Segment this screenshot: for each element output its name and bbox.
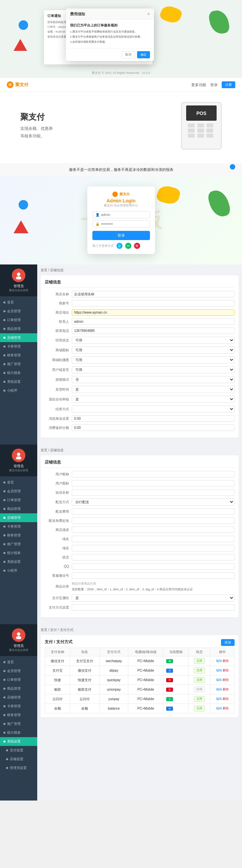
edit-icon[interactable]: 编辑 [216, 678, 222, 682]
field-icon[interactable]: 可用 [72, 347, 235, 354]
field-delivery[interactable]: 自行配送 [72, 498, 235, 506]
field-qq[interactable] [72, 563, 235, 570]
sidebar3-admin-settings[interactable]: 管理员设置 [0, 764, 37, 772]
sidebar2-promo[interactable]: 推广管理 [0, 540, 37, 549]
delete-icon[interactable]: 删除 [223, 678, 229, 682]
delete-icon[interactable]: 删除 [223, 706, 229, 711]
field-wechat-service[interactable] [72, 572, 235, 579]
field-label-points: 消费返积分额 [45, 426, 72, 430]
field-storeurl[interactable] [72, 309, 235, 316]
sidebar-item-orders[interactable]: 订单管理 [0, 316, 37, 324]
sidebar2-miniapp[interactable]: 小程序 [0, 566, 37, 575]
field-domain2[interactable] [72, 545, 235, 551]
field-nickname[interactable] [72, 471, 235, 477]
field-free-ship[interactable] [72, 517, 235, 524]
sidebar-item-home[interactable]: 首页 [0, 298, 37, 307]
sidebar3-finance[interactable]: 财务管理 [0, 711, 37, 719]
sidebar-item-products[interactable]: 商品管理 [0, 324, 37, 333]
sidebar2-finance[interactable]: 财务管理 [0, 531, 37, 540]
field-storedesc[interactable] [72, 527, 235, 533]
sidebar3-coupons[interactable]: 卡券管理 [0, 702, 37, 711]
field-usericon[interactable] [72, 480, 235, 487]
sidebar3-stats[interactable]: 统计报表 [0, 728, 37, 737]
sidebar3-shop-settings[interactable]: 店铺设置 [0, 755, 37, 764]
edit-icon[interactable]: 编辑 [216, 659, 222, 663]
field-points[interactable] [72, 425, 235, 431]
field-shiptime[interactable]: 是 [72, 386, 235, 393]
field-group[interactable]: 否 [72, 376, 235, 383]
sidebar2-settings[interactable]: 系统设置 [0, 557, 37, 566]
edit-icon[interactable]: 编辑 [216, 687, 222, 692]
field-phone[interactable] [72, 328, 235, 334]
login-title: Admin Login [92, 198, 150, 203]
modal-close-icon[interactable]: × [147, 11, 150, 17]
field-delivery-fee[interactable] [72, 508, 235, 515]
sidebar3-orders[interactable]: 订单管理 [0, 675, 37, 684]
delete-icon[interactable]: 删除 [223, 687, 229, 692]
sidebar-item-settings[interactable]: 系统设置 [0, 377, 37, 386]
add-payment-button[interactable]: 添加 [221, 639, 235, 646]
nav-more[interactable]: 更多功能 [191, 82, 206, 87]
field-status[interactable]: 可用 [72, 337, 235, 344]
sidebar3-settings[interactable]: 系统设置 [0, 737, 37, 746]
field-banner[interactable]: 可用 [72, 356, 235, 363]
qq-login-icon[interactable]: Q [116, 243, 123, 249]
field-contact[interactable] [72, 318, 235, 325]
weibo-login-icon[interactable]: 微 [134, 243, 140, 249]
wechat-login-icon[interactable]: W [125, 243, 131, 249]
field-state[interactable] [72, 554, 235, 560]
username-input[interactable] [101, 213, 147, 217]
sidebar-item-stats[interactable]: 统计报表 [0, 369, 37, 377]
sidebar2-stats[interactable]: 统计报表 [0, 549, 37, 557]
field-merchantid[interactable] [72, 300, 235, 307]
sidebar3-promo[interactable]: 推广管理 [0, 719, 37, 728]
payment-card-title: 支付 / 支付方式 [45, 639, 72, 647]
delete-icon[interactable]: 删除 [223, 697, 229, 701]
field-msgpush[interactable] [72, 415, 235, 422]
sidebar-item-promo[interactable]: 推广管理 [0, 360, 37, 369]
sidebar-item-miniapp[interactable]: 小程序 [0, 386, 37, 395]
edit-icon[interactable]: 编辑 [216, 706, 222, 711]
sidebar-item-label: 商品管理 [7, 507, 21, 511]
nav-login-link[interactable]: 登录 [210, 82, 218, 87]
sidebar-dot [3, 310, 5, 312]
sidebar2-orders[interactable]: 订单管理 [0, 496, 37, 505]
edit-icon[interactable]: 编辑 [216, 697, 222, 701]
lock-icon: 🔒 [95, 222, 100, 226]
sidebar-item-finance[interactable]: 财务管理 [0, 351, 37, 360]
sidebar-item-coupons[interactable]: 卡券管理 [0, 342, 37, 351]
sidebar-item-store[interactable]: 店铺管理 [0, 333, 37, 342]
sidebar2-products[interactable]: 商品管理 [0, 505, 37, 513]
modal-cancel-button[interactable]: 取消 [122, 51, 135, 58]
field-alipay-config[interactable]: 是 [72, 594, 235, 601]
sidebar-item-members[interactable]: 会员管理 [0, 307, 37, 316]
field-storename[interactable] [72, 291, 235, 297]
field-autorefund[interactable]: 是 [72, 396, 235, 403]
delete-icon[interactable]: 删除 [223, 659, 229, 663]
field-payconfig[interactable] [72, 604, 235, 611]
delete-icon[interactable]: 删除 [223, 668, 229, 673]
sidebar3-products[interactable]: 商品管理 [0, 684, 37, 693]
field-settlement[interactable] [72, 406, 235, 413]
sidebar2-members[interactable]: 会员管理 [0, 487, 37, 496]
password-input[interactable] [101, 222, 147, 226]
field-domain1[interactable] [72, 536, 235, 542]
sidebar-item-label: 首页 [7, 660, 14, 665]
sidebar3-home[interactable]: 首页 [0, 658, 37, 667]
user-icon: 👤 [95, 213, 100, 217]
nav-register-button[interactable]: 注册 [222, 81, 235, 88]
sidebar2-store[interactable]: 店铺管理 [0, 513, 37, 522]
sidebar3-members[interactable]: 会员管理 [0, 667, 37, 675]
login-button[interactable]: 登录 [92, 231, 150, 240]
modal-ok-button[interactable]: 确定 [137, 51, 150, 58]
form-row-state: 状态 [45, 554, 235, 560]
sidebar-item-label: 财务管理 [7, 713, 21, 717]
field-smsname[interactable] [72, 489, 235, 496]
sidebar3-pay-settings[interactable]: 支付设置 [0, 746, 37, 755]
sidebar2-home[interactable]: 首页 [0, 478, 37, 487]
edit-icon[interactable]: 编辑 [216, 668, 222, 673]
sidebar3-store[interactable]: 店铺管理 [0, 693, 37, 702]
sidebar-dot [3, 679, 5, 681]
field-userpage[interactable]: 可用 [72, 366, 235, 373]
sidebar2-coupons[interactable]: 卡券管理 [0, 522, 37, 531]
